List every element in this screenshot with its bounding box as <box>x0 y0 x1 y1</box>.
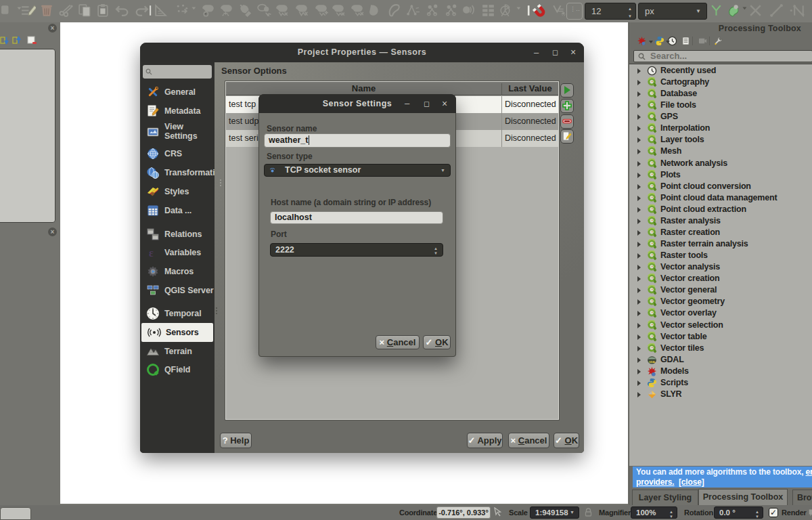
svg-text:ε: ε <box>149 247 154 259</box>
svg-text:GDAL: GDAL <box>649 361 656 364</box>
